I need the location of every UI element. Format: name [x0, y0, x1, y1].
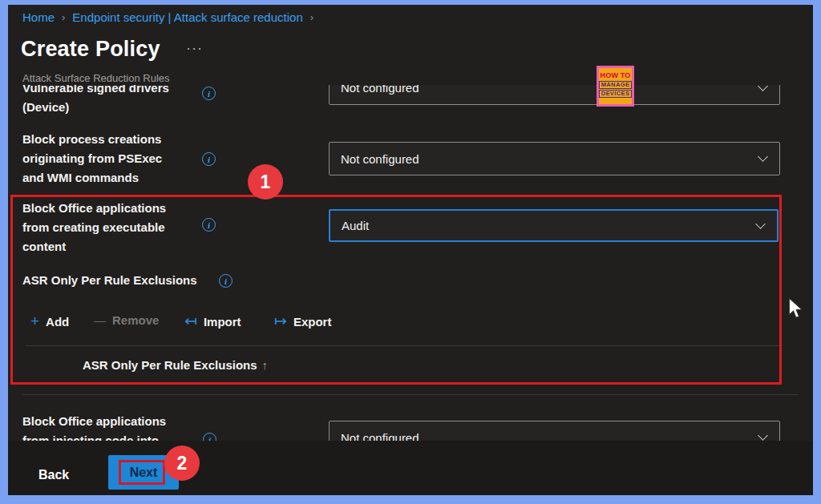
- divider: [26, 345, 779, 346]
- chevron-down-icon: [758, 430, 768, 441]
- back-button[interactable]: Back: [38, 468, 69, 482]
- breadcrumb-home-link[interactable]: Home: [22, 10, 55, 24]
- chevron-down-icon: [755, 219, 766, 229]
- remove-button: — Remove: [94, 313, 159, 327]
- breadcrumb: Home › Endpoint security | Attack surfac…: [22, 10, 313, 24]
- breadcrumb-chevron-icon: ›: [62, 11, 65, 23]
- add-button-label: Add: [46, 315, 69, 329]
- annotation-step-1: 1: [248, 164, 283, 200]
- divider: [22, 394, 799, 395]
- import-button[interactable]: ↤ Import: [184, 313, 241, 329]
- info-icon[interactable]: i: [219, 274, 233, 288]
- breadcrumb-section-link[interactable]: Endpoint security | Attack surface reduc…: [72, 10, 302, 24]
- setting-label-psexec-wmi: Block process creations originating from…: [22, 130, 162, 187]
- chevron-down-icon: [758, 85, 768, 91]
- setting-label-vulnerable-drivers: Vulnerable signed drivers (Device): [22, 85, 169, 117]
- dropdown-value: Not configured: [341, 431, 419, 442]
- info-icon[interactable]: i: [202, 87, 216, 100]
- info-icon[interactable]: i: [202, 152, 216, 166]
- remove-button-label: Remove: [112, 313, 159, 327]
- howtomanagedevices-logo: HOW TO MANAGE DEVICES: [597, 66, 634, 107]
- add-button[interactable]: + Add: [30, 313, 69, 329]
- footer-bar: Back Next 2: [8, 441, 813, 495]
- dropdown-value: Audit: [342, 219, 369, 232]
- import-arrow-icon: ↤: [184, 313, 197, 329]
- minus-icon: —: [94, 313, 106, 327]
- page-title: Create Policy: [21, 37, 160, 62]
- export-button[interactable]: ↦ Export: [274, 313, 331, 329]
- chevron-down-icon: [758, 151, 768, 162]
- dropdown-vulnerable-drivers[interactable]: Not configured: [329, 85, 780, 105]
- info-icon[interactable]: i: [202, 218, 216, 232]
- app-window: Home › Endpoint security | Attack surfac…: [8, 5, 813, 495]
- settings-scroll-area[interactable]: Vulnerable signed drivers (Device) i Not…: [8, 85, 813, 441]
- import-button-label: Import: [204, 315, 241, 329]
- setting-label-office-inject: Block Office applications from injecting…: [22, 412, 166, 441]
- exclusions-column-title: ASR Only Per Rule Exclusions: [83, 358, 257, 372]
- breadcrumb-chevron-icon: ›: [310, 11, 313, 23]
- dropdown-value: Not configured: [341, 152, 419, 166]
- dropdown-office-executable[interactable]: Audit: [329, 209, 779, 242]
- exclusions-column-header[interactable]: ASR Only Per Rule Exclusions↑: [83, 358, 268, 372]
- logo-text: DEVICES: [599, 90, 632, 98]
- page-subtitle: Attack Surface Reduction Rules: [22, 72, 170, 84]
- dropdown-value: Not configured: [341, 85, 419, 95]
- annotation-step-2: 2: [164, 446, 200, 481]
- export-button-label: Export: [293, 315, 332, 329]
- setting-label-office-executable: Block Office applications from creating …: [22, 199, 166, 256]
- setting-label-asr-exclusions: ASR Only Per Rule Exclusions: [22, 271, 197, 290]
- more-options-icon[interactable]: ···: [186, 40, 203, 57]
- plus-icon: +: [30, 313, 39, 329]
- logo-text: MANAGE: [599, 81, 632, 89]
- info-icon[interactable]: i: [203, 433, 216, 441]
- export-arrow-icon: ↦: [274, 313, 287, 329]
- dropdown-psexec-wmi[interactable]: Not configured: [329, 142, 780, 175]
- logo-text: HOW TO: [600, 71, 630, 79]
- sort-ascending-icon: ↑: [262, 358, 269, 372]
- dropdown-office-inject[interactable]: Not configured: [329, 421, 780, 441]
- logo-inner: HOW TO MANAGE DEVICES: [599, 68, 632, 104]
